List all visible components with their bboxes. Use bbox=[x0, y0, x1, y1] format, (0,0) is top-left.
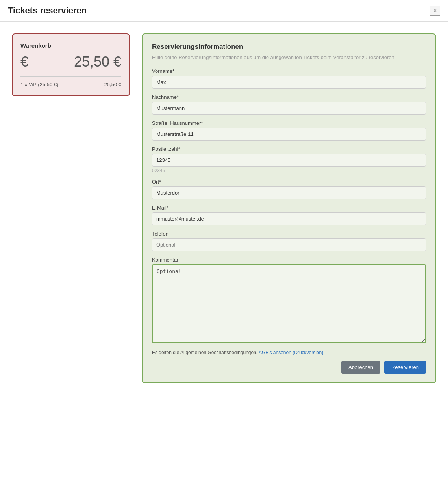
total-amount: 25,50 € bbox=[74, 54, 121, 70]
warenkorb-item-price: 25,50 € bbox=[104, 82, 121, 87]
warenkorb-panel: Warenkorb € 25,50 € 1 x ViP (25,50 €) 25… bbox=[12, 33, 130, 96]
warenkorb-item-label: 1 x ViP (25,50 €) bbox=[20, 82, 58, 87]
kommentar-label: Kommentar bbox=[152, 257, 426, 263]
warenkorb-total-row: € 25,50 € bbox=[20, 54, 121, 70]
strasse-group: Straße, Hausnummer* bbox=[152, 120, 426, 141]
abbrechen-button[interactable]: Abbrechen bbox=[341, 361, 380, 374]
nachname-label: Nachname* bbox=[152, 94, 426, 100]
warenkorb-title: Warenkorb bbox=[20, 42, 121, 49]
button-row: Abbrechen Reservieren bbox=[152, 361, 426, 374]
kommentar-textarea[interactable]: Optional bbox=[152, 264, 426, 343]
email-input[interactable] bbox=[152, 212, 426, 225]
kommentar-group: Kommentar Optional bbox=[152, 257, 426, 344]
warenkorb-divider bbox=[20, 76, 121, 77]
euro-symbol: € bbox=[20, 54, 28, 70]
ort-label: Ort* bbox=[152, 179, 426, 185]
telefon-label: Telefon bbox=[152, 231, 426, 237]
modal-title: Tickets reservieren bbox=[8, 6, 87, 16]
email-label: E-Mail* bbox=[152, 205, 426, 211]
strasse-label: Straße, Hausnummer* bbox=[152, 120, 426, 126]
close-button[interactable]: × bbox=[430, 6, 440, 16]
telefon-input[interactable] bbox=[152, 238, 426, 251]
vorname-label: Vorname* bbox=[152, 68, 426, 74]
reservation-panel: Reservierungsinformationen Fülle deine R… bbox=[142, 33, 436, 383]
telefon-group: Telefon bbox=[152, 231, 426, 251]
reservieren-button[interactable]: Reservieren bbox=[384, 361, 426, 374]
vorname-group: Vorname* bbox=[152, 68, 426, 89]
vorname-input[interactable] bbox=[152, 76, 426, 89]
postleitzahl-group: Postleitzahl* 02345 bbox=[152, 146, 426, 173]
strasse-input[interactable] bbox=[152, 128, 426, 141]
postleitzahl-hint: 02345 bbox=[152, 168, 426, 173]
reservation-subtitle: Fülle deine Reservierungsinformationen a… bbox=[152, 54, 426, 61]
nachname-input[interactable] bbox=[152, 102, 426, 115]
ort-group: Ort* bbox=[152, 179, 426, 199]
nachname-group: Nachname* bbox=[152, 94, 426, 115]
postleitzahl-label: Postleitzahl* bbox=[152, 146, 426, 152]
agb-text: Es gelten die Allgemeinen Geschäftsbedin… bbox=[152, 350, 426, 355]
email-group: E-Mail* bbox=[152, 205, 426, 225]
modal-header: Tickets reservieren × bbox=[0, 0, 448, 22]
ort-input[interactable] bbox=[152, 186, 426, 199]
agb-link[interactable]: AGB's ansehen (Druckversion) bbox=[259, 350, 323, 355]
reservation-title: Reservierungsinformationen bbox=[152, 43, 426, 51]
postleitzahl-input[interactable] bbox=[152, 154, 426, 167]
warenkorb-item-row: 1 x ViP (25,50 €) 25,50 € bbox=[20, 82, 121, 87]
modal-body: Warenkorb € 25,50 € 1 x ViP (25,50 €) 25… bbox=[0, 22, 448, 395]
